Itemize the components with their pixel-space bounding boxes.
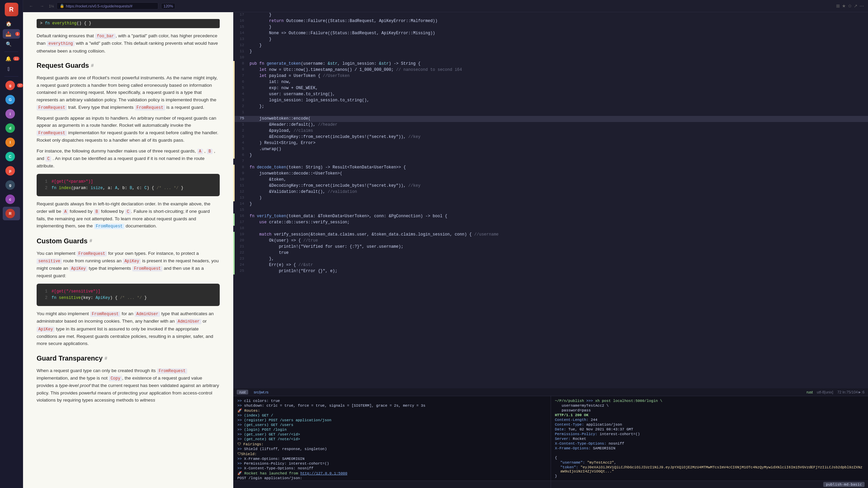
- copy-code: Copy: [109, 376, 122, 381]
- editor-line: 10: [233, 55, 868, 61]
- editor-line: 4 user: username.to_string(),: [233, 92, 868, 98]
- term-line: 🚀 Rocket has launched from http://127.0.…: [237, 471, 547, 475]
- line-number: 15: [235, 24, 248, 30]
- bookmark-icon[interactable]: ★: [842, 3, 846, 8]
- sidebar-item-req[interactable]: R: [3, 207, 20, 220]
- code-text: return Outcome::Failure((Status::BadRequ…: [248, 18, 868, 24]
- sidebar-top: R 🏠 📥 Inbox 1 🔍 🔔 11 ₿ g 37 G: [0, 3, 23, 221]
- terminal-left[interactable]: >> cli colors: true >> shutdown: ctrlc =…: [233, 396, 551, 481]
- c-code-2: C: [125, 209, 131, 215]
- editor-line: 18: [233, 226, 868, 232]
- url-bar[interactable]: 🔒 https://rocket.rs/v0.5-rc/guide/reques…: [57, 2, 158, 9]
- anchor-icon[interactable]: #: [91, 62, 94, 69]
- sidebar-logo[interactable]: R: [5, 3, 18, 16]
- sidebar-item-plat[interactable]: p: [3, 164, 20, 178]
- line-number: 3: [235, 134, 248, 140]
- from-request-code-5: FromRequest: [132, 266, 162, 271]
- term-line: X-Content-Type-Options: nosniff: [555, 442, 864, 446]
- code-text: }: [248, 49, 868, 55]
- sidebar-item-home[interactable]: 🏠: [3, 19, 20, 28]
- grid-icon[interactable]: ⊞: [836, 3, 840, 8]
- a-code-1: A: [197, 149, 203, 154]
- code-text: exp: now + ONE_WEEK,: [248, 85, 868, 92]
- editor-line: 3 &EncodingKey::from_secret(include_byte…: [233, 134, 868, 140]
- section-custom-guards-heading: Custom Guards #: [37, 236, 220, 246]
- rg-paragraph-2: Request guards appear as inputs to handl…: [37, 115, 220, 144]
- sidebar-item-grp2[interactable]: g: [3, 178, 20, 192]
- editor-line-current: 75 jsonwebtoken::encode(: [233, 116, 868, 122]
- tab-count: 1¼: [49, 4, 54, 8]
- term-line: >> (index) GET /: [237, 413, 547, 418]
- terminal-right[interactable]: ~/P/n/publish >>> xh post localhost:5000…: [551, 396, 868, 481]
- sidebar-item-intr[interactable]: I: [3, 136, 20, 149]
- line-number: 11: [235, 49, 248, 55]
- share-icon[interactable]: ↗: [854, 3, 857, 8]
- line-number: 12: [235, 189, 248, 195]
- sidebar-item-notify[interactable]: 🔔 11: [3, 54, 20, 63]
- line-number: 15: [235, 207, 248, 214]
- doc-pane[interactable]: > fn everything() { } Default ranking en…: [23, 12, 233, 488]
- sidebar-item-clen[interactable]: C: [3, 150, 20, 163]
- sidebar-item-cyp[interactable]: c: [3, 192, 20, 206]
- editor-line: 10 &token,: [233, 177, 868, 183]
- anchor-icon-3[interactable]: #: [105, 354, 107, 362]
- anchor-icon-2[interactable]: #: [90, 237, 92, 244]
- editor-line: 12 &Validation::default(), //validation: [233, 189, 868, 195]
- from-request-code-4: FromRequest: [77, 251, 107, 257]
- sidebar-item-search[interactable]: 🔍: [3, 39, 20, 49]
- star-icon[interactable]: ✩: [848, 3, 852, 8]
- line-number: 7: [235, 159, 248, 165]
- line-number: 13: [235, 195, 248, 201]
- sidebar: R 🏠 📥 Inbox 1 🔍 🔔 11 ₿ g 37 G: [0, 0, 23, 488]
- witness-text: witness: [140, 398, 155, 403]
- sidebar-divider-1: [4, 52, 18, 52]
- editor-line: 11 &DecodingKey::from_secret(include_byt…: [233, 183, 868, 189]
- term-line: >> (login) POST /login: [237, 428, 547, 432]
- plat-avatar: p: [5, 166, 15, 176]
- line-number: 4: [235, 140, 248, 146]
- sidebar-item-inbox[interactable]: 📥 Inbox 1: [3, 29, 20, 39]
- rg-paragraph-3: For instance, the following dummy handle…: [37, 147, 220, 170]
- editor-line: 13 ): [233, 195, 868, 201]
- from-request-link[interactable]: FromRequest: [94, 224, 124, 229]
- disc-avatar: d: [5, 123, 15, 133]
- code-text: iat: now,: [248, 79, 868, 85]
- editor-line: 17 }: [233, 12, 868, 18]
- editor-line: 25 println!("Error {}", e);: [233, 268, 868, 274]
- editor-line: 21 println!("Verified for user: {:?}", u…: [233, 244, 868, 250]
- type-level-proof: type-level proof: [59, 383, 90, 388]
- code-block-2: 1#[get("/sensitive")] 2fn sensitive(key:…: [37, 284, 220, 306]
- more-icon[interactable]: ⋯: [860, 3, 864, 8]
- editor-line: 15 }: [233, 24, 868, 30]
- sidebar-item-disc[interactable]: d: [3, 121, 20, 135]
- apikey-code-3: ApiKey: [37, 327, 55, 332]
- editor-line: 2 };: [233, 104, 868, 110]
- back-button[interactable]: ←: [27, 2, 35, 10]
- term-line: POST /login application/json:: [237, 476, 547, 480]
- custom-guards-title: Custom Guards: [37, 236, 87, 246]
- forward-button[interactable]: →: [38, 2, 46, 10]
- code-text: let payload = UserToken { //UserToken: [248, 73, 868, 79]
- term-line: password=pass: [555, 408, 864, 412]
- line-number: 17: [235, 220, 248, 226]
- editor-main[interactable]: 17 } 16 return Outcome::Failure((Status:…: [233, 12, 868, 388]
- req-avatar: R: [5, 209, 15, 218]
- sidebar-item-gsdi[interactable]: g 37: [3, 79, 20, 92]
- term-line: 🛡Shield:: [237, 452, 547, 456]
- sidebar-item-crypto[interactable]: ₿: [3, 64, 20, 74]
- adminuser-code-2: AdminUser: [176, 319, 201, 324]
- line-number: 10: [235, 177, 248, 183]
- sidebar-item-intsr[interactable]: i: [3, 107, 20, 121]
- adminuser-code-1: AdminUser: [135, 311, 160, 317]
- code-text: [248, 159, 868, 165]
- code-text: &EncodingKey::from_secret(include_bytes!…: [248, 134, 868, 140]
- sidebar-item-getting[interactable]: G: [3, 93, 20, 106]
- zoom-level[interactable]: 120%: [161, 3, 175, 9]
- getting-avatar: G: [5, 95, 15, 104]
- terminal-right-status: publish-md-basic: [551, 481, 868, 488]
- code-text: Err(e) => { //&str: [248, 262, 868, 268]
- term-line: "token": "eyJ0eXAiOiJKV1QiLCJhbGciOiJIUz…: [555, 465, 864, 473]
- inbox-badge: 1: [15, 32, 20, 36]
- foobar-code: foo_bar: [95, 34, 116, 39]
- clen-avatar: C: [5, 152, 15, 161]
